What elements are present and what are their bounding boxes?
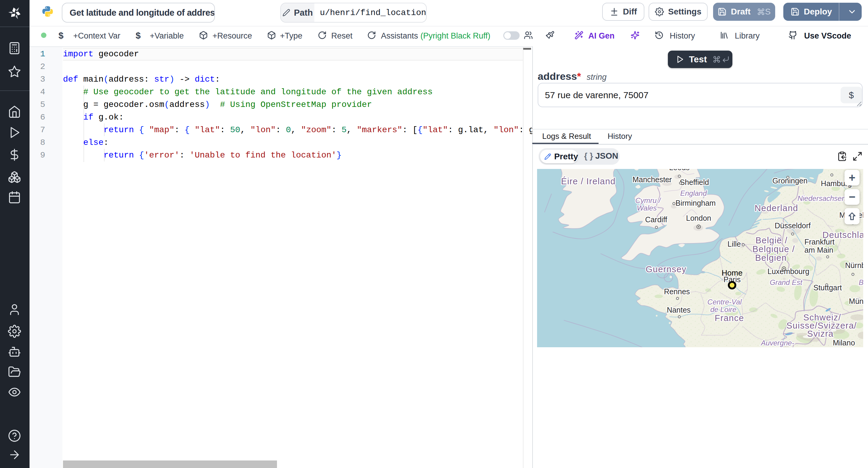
svg-text:Luxembourg: Luxembourg bbox=[768, 267, 809, 275]
svg-text:Lille: Lille bbox=[727, 240, 741, 248]
svg-text:België /: België / bbox=[755, 235, 787, 245]
svg-text:de Loire: de Loire bbox=[710, 305, 737, 313]
svg-text:München: München bbox=[849, 297, 863, 305]
svg-text:Rennes: Rennes bbox=[664, 287, 690, 296]
svg-text:Cardiff: Cardiff bbox=[645, 215, 667, 224]
svg-text:Manchester: Manchester bbox=[632, 175, 672, 184]
svg-text:Düsseldorf: Düsseldorf bbox=[775, 221, 811, 230]
svg-text:Auvergne-: Auvergne- bbox=[761, 339, 795, 347]
svg-text:Birmingham: Birmingham bbox=[675, 199, 715, 207]
svg-text:Cymru /: Cymru / bbox=[635, 196, 661, 204]
svg-text:Groningen: Groningen bbox=[772, 176, 808, 185]
svg-text:Belgique /: Belgique / bbox=[752, 244, 795, 254]
svg-text:Svizra: Svizra bbox=[807, 329, 834, 338]
svg-text:am Main: am Main bbox=[804, 246, 833, 254]
svg-text:Home: Home bbox=[721, 268, 742, 277]
svg-text:Sheffield: Sheffield bbox=[680, 178, 709, 187]
svg-text:London: London bbox=[686, 214, 711, 222]
svg-text:Nürnberg: Nürnberg bbox=[845, 261, 863, 270]
svg-text:Leeds: Leeds bbox=[669, 169, 689, 172]
svg-text:Deutschland: Deutschland bbox=[823, 230, 863, 240]
svg-text:Bay: Bay bbox=[859, 278, 863, 287]
svg-text:Milano: Milano bbox=[833, 338, 855, 347]
svg-text:Niedersachsen: Niedersachsen bbox=[798, 194, 846, 202]
svg-text:Nantes: Nantes bbox=[667, 306, 690, 314]
svg-text:Guernsey: Guernsey bbox=[646, 264, 686, 274]
svg-text:France: France bbox=[715, 313, 744, 323]
svg-text:Belgien: Belgien bbox=[755, 253, 786, 263]
svg-text:Wales: Wales bbox=[637, 204, 657, 212]
svg-text:England: England bbox=[680, 189, 707, 197]
svg-text:Grand Est: Grand Est bbox=[770, 278, 803, 287]
svg-text:Centre-Val: Centre-Val bbox=[707, 298, 742, 306]
svg-text:Éire / Ireland: Éire / Ireland bbox=[561, 176, 615, 186]
svg-text:Nederland: Nederland bbox=[755, 203, 798, 213]
